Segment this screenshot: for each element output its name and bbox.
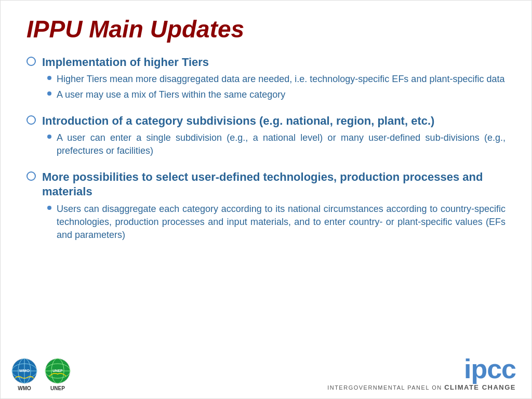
wmo-label: WMO bbox=[18, 385, 31, 391]
sub-item-text-1-1: Higher Tiers mean more disaggregated dat… bbox=[57, 73, 505, 86]
bullet-dot-1-2 bbox=[47, 91, 51, 96]
main-item-content-2: Introduction of a category subdivisions … bbox=[42, 114, 506, 161]
sub-list-1: Higher Tiers mean more disaggregated dat… bbox=[47, 73, 506, 101]
main-list-item-2: Introduction of a category subdivisions … bbox=[26, 114, 506, 161]
ipcc-subtitle-pre: INTERGOVERNMENTAL PANEL ON bbox=[327, 384, 442, 391]
sub-list-item-2-1: A user can enter a single subdivision (e… bbox=[47, 131, 506, 157]
sub-list-item-1-1: Higher Tiers mean more disaggregated dat… bbox=[47, 73, 506, 86]
bullet-dot-3-1 bbox=[47, 206, 51, 210]
slide: IPPU Main Updates Implementation of high… bbox=[0, 0, 532, 399]
svg-text:UNEP: UNEP bbox=[52, 369, 63, 373]
sub-list-3: Users can disaggregate each category acc… bbox=[47, 203, 506, 242]
ipcc-subtitle-post: climate change bbox=[444, 383, 516, 391]
ipcc-logo-text: ipcc bbox=[464, 355, 516, 382]
main-item-heading-2: Introduction of a category subdivisions … bbox=[42, 114, 506, 129]
svg-text:WMO: WMO bbox=[19, 368, 30, 373]
sub-list-item-1-2: A user may use a mix of Tiers within the… bbox=[47, 88, 506, 101]
unep-logo-icon: UNEP bbox=[44, 357, 71, 384]
main-item-heading-1: Implementation of higher Tiers bbox=[42, 55, 506, 70]
bullet-dot-2-1 bbox=[47, 135, 51, 139]
slide-title: IPPU Main Updates bbox=[26, 16, 506, 43]
sub-item-text-3-1: Users can disaggregate each category acc… bbox=[57, 203, 506, 242]
main-list-item-3: More possibilities to select user-define… bbox=[26, 170, 506, 245]
unep-logo-wrap: UNEP UNEP bbox=[44, 357, 71, 391]
ipcc-subtitle: INTERGOVERNMENTAL PANEL ON climate chang… bbox=[327, 383, 516, 391]
sub-list-item-3-1: Users can disaggregate each category acc… bbox=[47, 203, 506, 242]
bullet-dot-1-1 bbox=[47, 76, 51, 80]
bullet-circle-2 bbox=[26, 115, 36, 125]
main-item-heading-3: More possibilities to select user-define… bbox=[42, 170, 506, 200]
sub-item-text-1-2: A user may use a mix of Tiers within the… bbox=[57, 88, 285, 101]
bullet-circle-3 bbox=[26, 171, 36, 181]
main-item-content-1: Implementation of higher TiersHigher Tie… bbox=[42, 55, 506, 104]
footer-logos: WMO WMO UNEP UNEP bbox=[11, 357, 71, 391]
footer: WMO WMO UNEP UNEP ipcc INTERGOVE bbox=[1, 355, 531, 391]
ipcc-branding: ipcc INTERGOVERNMENTAL PANEL ON climate … bbox=[327, 355, 516, 391]
sub-list-2: A user can enter a single subdivision (e… bbox=[47, 131, 506, 157]
main-list: Implementation of higher TiersHigher Tie… bbox=[26, 55, 506, 245]
sub-item-text-2-1: A user can enter a single subdivision (e… bbox=[57, 131, 506, 157]
unep-label: UNEP bbox=[50, 385, 65, 391]
main-list-item-1: Implementation of higher TiersHigher Tie… bbox=[26, 55, 506, 104]
wmo-logo-icon: WMO bbox=[11, 357, 38, 384]
wmo-logo-wrap: WMO WMO bbox=[11, 357, 38, 391]
main-item-content-3: More possibilities to select user-define… bbox=[42, 170, 506, 245]
bullet-circle-1 bbox=[26, 57, 36, 66]
